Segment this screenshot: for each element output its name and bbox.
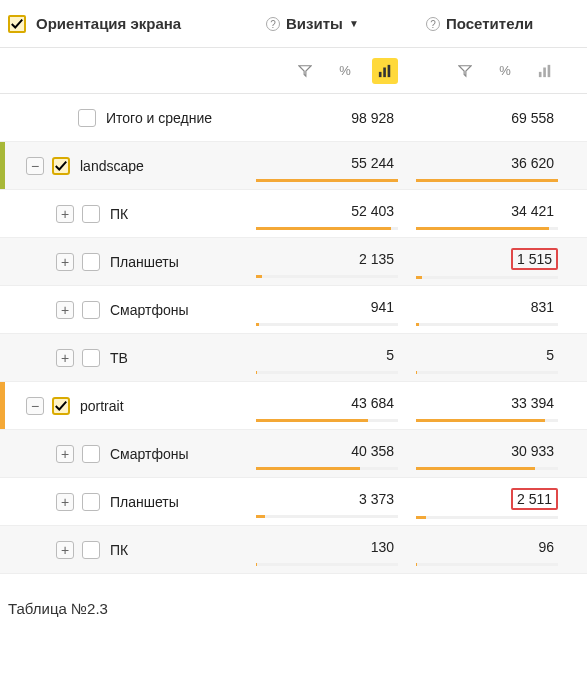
svg-rect-5	[548, 64, 551, 76]
filter-icon[interactable]	[292, 58, 318, 84]
checkbox[interactable]	[82, 493, 100, 511]
row-landscape-pc: + ПК 52 403 34 421	[0, 190, 587, 238]
bar-track	[416, 179, 558, 182]
expand-button[interactable]: +	[56, 541, 74, 559]
tool-row: % %	[0, 48, 587, 94]
percent-button[interactable]: %	[332, 58, 358, 84]
bar-track	[256, 419, 398, 422]
row-label: Смартфоны	[110, 302, 189, 318]
bar-track	[416, 467, 558, 470]
svg-rect-2	[388, 64, 391, 76]
bar-track	[256, 275, 398, 278]
table-caption: Таблица №2.3	[0, 574, 587, 625]
header-dimension[interactable]: Ориентация экрана	[0, 15, 256, 33]
expand-button[interactable]: +	[56, 301, 74, 319]
check-icon[interactable]	[8, 15, 26, 33]
bar-track	[256, 323, 398, 326]
bar-track	[416, 371, 558, 374]
visits-value: 55 244	[347, 153, 398, 173]
checkbox-checked[interactable]	[52, 397, 70, 415]
visits-label: Визиты	[286, 15, 343, 32]
percent-button[interactable]: %	[492, 58, 518, 84]
svg-rect-3	[539, 71, 542, 76]
visitors-value: 96	[534, 537, 558, 557]
row-portrait: − portrait 43 684 33 394	[0, 382, 587, 430]
bar-track	[416, 419, 558, 422]
row-portrait-phones: + Смартфоны 40 358 30 933	[0, 430, 587, 478]
row-label: ПК	[110, 542, 128, 558]
dimension-label: Ориентация экрана	[36, 15, 181, 32]
row-portrait-pc: + ПК 130 96	[0, 526, 587, 574]
bar-track	[256, 179, 398, 182]
checkbox[interactable]	[82, 445, 100, 463]
row-label: ТВ	[110, 350, 128, 366]
expand-button[interactable]: +	[56, 253, 74, 271]
header-visitors[interactable]: ? Посетители	[416, 15, 576, 32]
bar-track	[256, 563, 398, 566]
checkbox[interactable]	[82, 253, 100, 271]
filter-icon[interactable]	[452, 58, 478, 84]
help-icon[interactable]: ?	[266, 17, 280, 31]
visitors-value: 30 933	[507, 441, 558, 461]
row-label: portrait	[80, 398, 124, 414]
bar-track	[256, 371, 398, 374]
bar-track	[416, 276, 558, 279]
collapse-button[interactable]: −	[26, 157, 44, 175]
checkbox[interactable]	[78, 109, 96, 127]
row-label: Смартфоны	[110, 446, 189, 462]
visitors-value: 34 421	[507, 201, 558, 221]
visitors-value: 36 620	[507, 153, 558, 173]
bar-track	[256, 227, 398, 230]
visits-value: 941	[367, 297, 398, 317]
collapse-button[interactable]: −	[26, 397, 44, 415]
chevron-down-icon[interactable]: ▼	[349, 18, 359, 29]
row-label: ПК	[110, 206, 128, 222]
checkbox[interactable]	[82, 301, 100, 319]
visits-value: 5	[382, 345, 398, 365]
visitors-value: 831	[527, 297, 558, 317]
row-label: Итого и средние	[106, 110, 212, 126]
visitors-value: 33 394	[507, 393, 558, 413]
visitors-value: 69 558	[507, 108, 558, 128]
visitors-value: 5	[542, 345, 558, 365]
visits-value: 52 403	[347, 201, 398, 221]
visits-value: 130	[367, 537, 398, 557]
checkbox[interactable]	[82, 205, 100, 223]
visitors-label: Посетители	[446, 15, 533, 32]
visitors-value-highlighted: 1 515	[511, 248, 558, 270]
expand-button[interactable]: +	[56, 349, 74, 367]
checkbox[interactable]	[82, 349, 100, 367]
expand-button[interactable]: +	[56, 445, 74, 463]
category-indicator	[0, 382, 5, 429]
expand-button[interactable]: +	[56, 493, 74, 511]
svg-rect-0	[379, 71, 382, 76]
row-label: Планшеты	[110, 494, 179, 510]
visits-value: 2 135	[355, 249, 398, 269]
row-landscape-phones: + Смартфоны 941 831	[0, 286, 587, 334]
visits-value: 3 373	[355, 489, 398, 509]
row-landscape-tablets: + Планшеты 2 135 1 515	[0, 238, 587, 286]
bar-track	[416, 563, 558, 566]
bar-chart-icon[interactable]	[532, 58, 558, 84]
row-portrait-tablets: + Планшеты 3 373 2 511	[0, 478, 587, 526]
visitors-value-highlighted: 2 511	[511, 488, 558, 510]
checkbox[interactable]	[82, 541, 100, 559]
checkbox-checked[interactable]	[52, 157, 70, 175]
row-label: landscape	[80, 158, 144, 174]
visits-value: 40 358	[347, 441, 398, 461]
category-indicator	[0, 142, 5, 189]
bar-chart-icon[interactable]	[372, 58, 398, 84]
bar-track	[416, 227, 558, 230]
row-landscape-tv: + ТВ 5 5	[0, 334, 587, 382]
bar-track	[416, 323, 558, 326]
bar-track	[256, 515, 398, 518]
expand-button[interactable]: +	[56, 205, 74, 223]
row-landscape: − landscape 55 244 36 620	[0, 142, 587, 190]
header-row: Ориентация экрана ? Визиты ▼ ? Посетител…	[0, 0, 587, 48]
visits-value: 43 684	[347, 393, 398, 413]
header-visits[interactable]: ? Визиты ▼	[256, 15, 416, 32]
visits-value: 98 928	[347, 108, 398, 128]
help-icon[interactable]: ?	[426, 17, 440, 31]
row-label: Планшеты	[110, 254, 179, 270]
svg-rect-4	[543, 67, 546, 77]
